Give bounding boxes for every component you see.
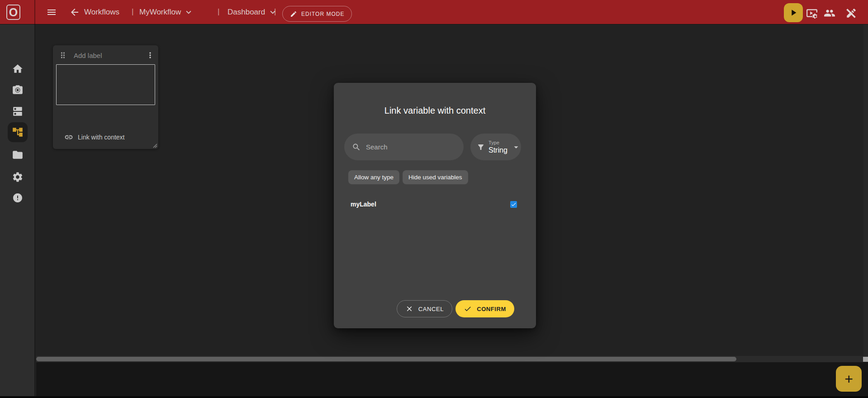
editor-mode-button[interactable]: EDITOR MODE (282, 6, 352, 22)
filter-chips: Allow any type Hide used variables (348, 170, 468, 184)
chip-hide-used-variables[interactable]: Hide used variables (403, 170, 468, 184)
cancel-button[interactable]: CANCEL (397, 300, 452, 317)
dialog-title: Link variable with context (334, 105, 536, 116)
search-field (344, 134, 464, 160)
menu-icon[interactable] (46, 7, 57, 18)
bottom-strip (0, 396, 868, 398)
scrollbar-corner (863, 357, 868, 362)
variable-name: myLabel (351, 201, 376, 208)
search-icon (352, 143, 361, 152)
link-variable-dialog: Link variable with context Type String A… (334, 83, 536, 328)
view-name: Dashboard (228, 8, 265, 17)
chip-allow-any-type[interactable]: Allow any type (348, 170, 399, 184)
cancel-label: CANCEL (418, 306, 444, 312)
settings-icon (12, 171, 24, 183)
sidebar-item-workflow-editor[interactable] (8, 122, 28, 142)
editor-mode-label: EDITOR MODE (301, 11, 344, 17)
variable-checkbox[interactable] (510, 201, 517, 208)
error-icon (12, 192, 23, 204)
users-icon (824, 7, 835, 19)
app-logo: O (6, 5, 20, 20)
vertical-scrollbar (863, 24, 868, 356)
sidebar-item-files[interactable] (0, 149, 35, 161)
workflow-selector[interactable]: MyWorkflow (139, 0, 194, 24)
dialog-actions: CANCEL CONFIRM (397, 300, 514, 317)
type-filter-value: String (489, 146, 508, 154)
search-input[interactable] (366, 143, 452, 151)
chevron-down-icon (184, 7, 194, 17)
nav-separator: | (274, 0, 276, 24)
nav-separator: | (218, 0, 219, 24)
chevron-down-icon (268, 7, 278, 17)
back-button[interactable] (69, 7, 80, 18)
users-button[interactable] (824, 7, 835, 18)
topbar: O Workflows | MyWorkflow | Dashboard | (0, 0, 868, 24)
dropdown-caret-icon (511, 142, 521, 152)
nav-separator: | (132, 0, 133, 24)
variable-list-item: myLabel (351, 199, 517, 209)
sidebar (0, 24, 35, 396)
exit-editor-button[interactable] (845, 7, 856, 18)
video-settings-button[interactable] (806, 7, 817, 18)
type-filter-select[interactable]: Type String (470, 134, 521, 160)
filter-icon (477, 143, 485, 151)
confirm-label: CONFIRM (477, 306, 506, 312)
confirm-button[interactable]: CONFIRM (455, 300, 514, 317)
close-icon (405, 305, 413, 313)
home-icon (12, 63, 24, 75)
workflow-tree-icon (12, 126, 24, 138)
link-icon (64, 133, 73, 142)
type-filter-text: Type String (489, 140, 508, 154)
type-filter-label: Type (489, 140, 499, 146)
horizontal-scrollbar-thumb[interactable] (36, 357, 736, 361)
resize-handle-icon[interactable] (152, 143, 157, 148)
video-settings-icon (806, 7, 817, 19)
run-workflow-button[interactable] (784, 3, 803, 22)
folder-icon (12, 149, 24, 161)
check-icon (464, 305, 472, 313)
kebab-menu-icon[interactable] (146, 51, 155, 60)
app-root: O Workflows | MyWorkflow | Dashboard | (0, 0, 868, 398)
pencil-icon (290, 10, 297, 18)
sidebar-item-home[interactable] (0, 63, 35, 75)
bottom-panel (36, 362, 868, 396)
view-selector[interactable]: Dashboard (228, 0, 278, 24)
label-widget-card: Add label Link with context (53, 45, 158, 149)
add-widget-fab[interactable]: + (836, 366, 862, 392)
exit-editor-icon (845, 7, 856, 19)
widgets-icon (12, 105, 24, 117)
topbar-divider (34, 0, 35, 24)
widget-label-placeholder[interactable]: Add label (74, 52, 146, 59)
sidebar-item-settings[interactable] (0, 171, 35, 183)
camera-icon (12, 84, 24, 96)
link-with-context-label: Link with context (78, 134, 125, 141)
horizontal-scrollbar (36, 356, 868, 362)
play-icon (788, 8, 798, 18)
widget-header: Add label (53, 45, 158, 60)
logo-letter: O (9, 7, 18, 18)
breadcrumb-workflows[interactable]: Workflows (84, 0, 119, 24)
sidebar-item-errors[interactable] (0, 192, 35, 204)
sidebar-item-camera[interactable] (0, 84, 35, 96)
drag-handle-icon[interactable] (58, 51, 67, 60)
workflow-name: MyWorkflow (139, 8, 181, 17)
link-with-context-button[interactable]: Link with context (64, 133, 125, 142)
sidebar-item-widgets[interactable] (0, 105, 35, 117)
widget-text-area[interactable] (56, 64, 155, 105)
